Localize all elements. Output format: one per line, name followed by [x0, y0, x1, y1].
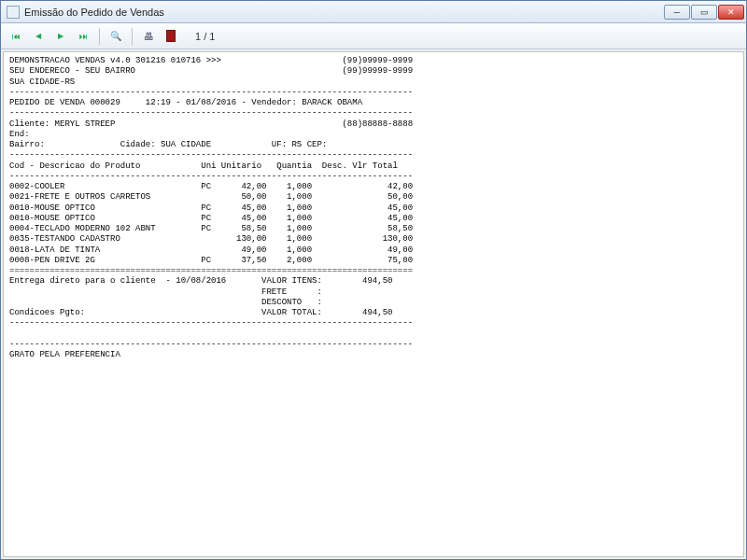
page-indicator: 1 / 1	[195, 31, 215, 42]
toolbar-separator	[99, 28, 100, 45]
next-page-button[interactable]	[51, 27, 70, 46]
app-icon	[7, 6, 20, 19]
exit-icon	[166, 30, 176, 42]
toolbar-separator	[132, 28, 133, 45]
first-page-button[interactable]	[7, 27, 25, 46]
report-viewport[interactable]: DEMONSTRACAO VENDAS v4.0 301216 010716 >…	[3, 51, 744, 557]
toolbar: 1 / 1	[1, 23, 746, 49]
prev-page-button[interactable]	[29, 27, 48, 46]
print-button[interactable]	[139, 27, 158, 46]
content-area: DEMONSTRACAO VENDAS v4.0 301216 010716 >…	[1, 49, 746, 559]
titlebar: Emissão do Pedido de Vendas ─ ▭ ✕	[1, 1, 746, 23]
app-window: Emissão do Pedido de Vendas ─ ▭ ✕ 1 / 1 …	[0, 0, 747, 560]
report-body: DEMONSTRACAO VENDAS v4.0 301216 010716 >…	[4, 52, 743, 364]
window-title: Emissão do Pedido de Vendas	[24, 7, 663, 18]
last-page-button[interactable]	[74, 27, 92, 46]
exit-button[interactable]	[162, 27, 180, 46]
maximize-button[interactable]: ▭	[691, 5, 717, 20]
close-button[interactable]: ✕	[718, 5, 744, 20]
minimize-button[interactable]: ─	[664, 5, 690, 20]
zoom-button[interactable]	[106, 27, 125, 46]
